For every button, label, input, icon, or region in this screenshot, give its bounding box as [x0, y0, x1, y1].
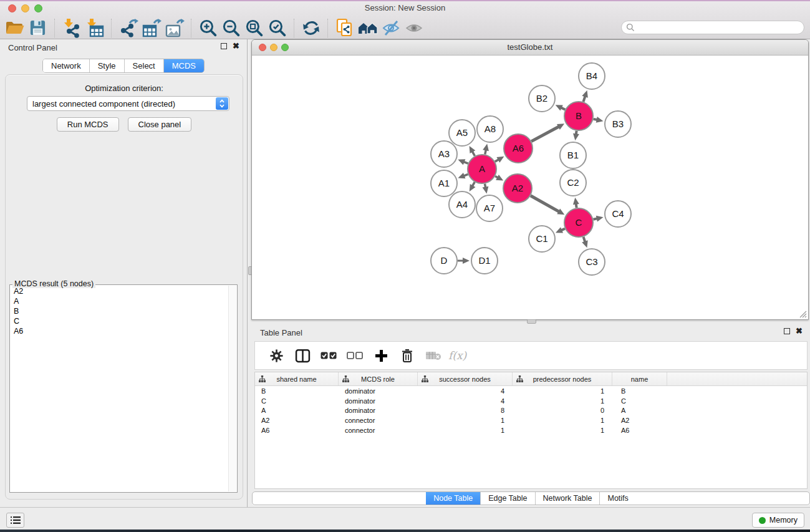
cell-shared-name[interactable]: B [255, 387, 339, 395]
list-icon [10, 516, 21, 525]
cell-predecessor-nodes[interactable]: 1 [513, 397, 612, 405]
network-zoom-button[interactable] [281, 44, 289, 51]
cell-predecessor-nodes[interactable]: 1 [513, 417, 612, 424]
cell-predecessor-nodes[interactable]: 1 [513, 387, 612, 395]
cell-shared-name[interactable]: A6 [255, 427, 339, 434]
deselect-all-columns-icon[interactable] [346, 347, 364, 364]
import-network-icon[interactable] [60, 17, 83, 39]
network-minimize-button[interactable] [270, 44, 277, 51]
save-session-icon[interactable] [26, 17, 49, 39]
tab-edge-table[interactable]: Edge Table [481, 492, 535, 505]
minimize-window-button[interactable] [21, 4, 29, 12]
run-mcds-button[interactable]: Run MCDS [57, 117, 119, 132]
horizontal-split-handle[interactable] [527, 319, 536, 324]
select-columns-icon[interactable] [294, 347, 311, 364]
cell-MCDS-role[interactable]: dominator [339, 397, 418, 405]
table-row-A6[interactable]: A6connector11A6 [255, 425, 807, 435]
graph-node-label-A5: A5 [456, 127, 468, 138]
cell-successor-nodes[interactable]: 1 [418, 417, 513, 424]
tab-motifs[interactable]: Motifs [600, 492, 635, 505]
cell-MCDS-role[interactable]: connector [339, 417, 418, 424]
result-item-A2[interactable]: A2 [11, 286, 228, 296]
result-item-A[interactable]: A [11, 296, 228, 306]
network-window-titlebar[interactable]: testGlobe.txt [252, 40, 808, 56]
network-close-button[interactable] [259, 44, 266, 51]
column-header-predecessor-nodes[interactable]: predecessor nodes [513, 372, 612, 385]
window-resize-grip[interactable] [798, 309, 807, 318]
cell-shared-name[interactable]: C [255, 397, 339, 405]
result-item-A6[interactable]: A6 [11, 326, 228, 336]
zoom-window-button[interactable] [34, 4, 42, 12]
memory-button[interactable]: Memory [752, 513, 804, 528]
cell-MCDS-role[interactable]: dominator [339, 387, 418, 395]
column-header-successor-nodes[interactable]: successor nodes [418, 372, 513, 385]
column-header-MCDS-role[interactable]: MCDS role [339, 372, 418, 385]
result-scrollbar[interactable] [228, 286, 236, 491]
cell-predecessor-nodes[interactable]: 0 [513, 407, 612, 414]
graph-node-label-D: D [441, 255, 448, 266]
cell-successor-nodes[interactable]: 1 [418, 427, 513, 434]
delete-columns-trash-icon[interactable] [398, 347, 416, 364]
table-row-B[interactable]: Bdominator41B [255, 386, 807, 396]
export-table-icon[interactable] [140, 17, 163, 39]
close-panel-icon[interactable]: ✖ [233, 42, 239, 50]
cell-shared-name[interactable]: A [255, 407, 339, 414]
close-table-panel-icon[interactable]: ✖ [796, 327, 803, 335]
open-session-icon[interactable] [3, 17, 26, 39]
cell-shared-name[interactable]: A2 [255, 417, 339, 424]
graph-edge-A2-C[interactable] [531, 196, 560, 212]
cell-successor-nodes[interactable]: 4 [418, 387, 513, 395]
table-row-C[interactable]: Cdominator41C [255, 396, 807, 406]
select-all-columns-icon[interactable] [320, 347, 337, 364]
cell-name[interactable]: A6 [612, 427, 667, 434]
cell-successor-nodes[interactable]: 8 [418, 407, 513, 414]
float-panel-icon[interactable] [221, 43, 227, 49]
float-table-panel-icon[interactable] [784, 328, 790, 334]
column-header-name[interactable]: name [612, 372, 667, 385]
result-item-B[interactable]: B [11, 306, 228, 316]
search-field[interactable] [621, 21, 804, 34]
export-image-icon[interactable] [163, 17, 186, 39]
tab-network-table[interactable]: Network Table [536, 492, 600, 505]
refresh-layout-icon[interactable] [299, 17, 322, 39]
close-panel-button[interactable]: Close panel [128, 117, 192, 132]
search-input[interactable] [635, 22, 804, 33]
graph-node-label-C4: C4 [612, 208, 624, 219]
zoom-selected-icon[interactable] [266, 17, 289, 39]
graph-edge-A6-B[interactable] [531, 127, 559, 142]
cell-predecessor-nodes[interactable]: 1 [513, 427, 612, 434]
task-history-button[interactable] [6, 513, 24, 528]
cell-name[interactable]: A2 [612, 417, 667, 424]
cell-name[interactable]: C [612, 397, 667, 405]
hide-selected-icon[interactable] [379, 17, 402, 39]
cell-successor-nodes[interactable]: 4 [418, 397, 513, 405]
import-table-icon[interactable] [83, 17, 106, 39]
criterion-dropdown[interactable]: largest connected component (directed) [27, 96, 229, 111]
create-new-column-icon[interactable] [372, 347, 390, 364]
node-table[interactable]: shared nameMCDS rolesuccessor nodesprede… [254, 372, 808, 489]
show-all-icon[interactable] [402, 17, 425, 39]
cell-name[interactable]: A [612, 407, 667, 414]
cell-MCDS-role[interactable]: dominator [339, 407, 418, 414]
first-neighbors-icon[interactable] [356, 17, 379, 39]
network-canvas[interactable]: B4B2BB3A8A5A6A3B1AA1C2A2A4A7C4CC1DD1C3 [252, 56, 808, 319]
table-row-A[interactable]: Adominator80A [255, 406, 807, 416]
tab-mcds[interactable]: MCDS [164, 59, 204, 72]
column-header-shared-name[interactable]: shared name [255, 372, 339, 385]
tab-style[interactable]: Style [90, 59, 125, 72]
table-row-A2[interactable]: A2connector11A2 [255, 415, 807, 425]
export-network-icon[interactable] [117, 17, 140, 39]
close-window-button[interactable] [8, 4, 16, 12]
arrowhead-icon [573, 198, 579, 205]
cell-MCDS-role[interactable]: connector [339, 427, 418, 434]
zoom-out-icon[interactable] [219, 17, 243, 39]
zoom-fit-icon[interactable] [243, 17, 266, 39]
table-settings-gear-icon[interactable] [268, 347, 285, 364]
tab-node-table[interactable]: Node Table [426, 492, 481, 505]
tab-network[interactable]: Network [43, 59, 90, 72]
result-item-C[interactable]: C [11, 316, 228, 326]
cell-name[interactable]: B [612, 387, 667, 395]
new-network-from-selection-icon[interactable] [333, 17, 356, 39]
tab-select[interactable]: Select [125, 59, 164, 72]
zoom-in-icon[interactable] [196, 17, 219, 39]
